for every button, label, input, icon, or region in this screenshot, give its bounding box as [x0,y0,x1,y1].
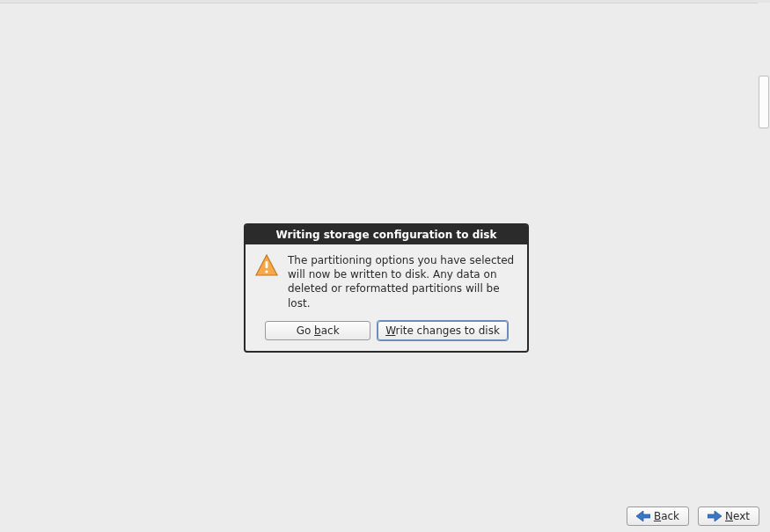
confirm-dialog: Writing storage configuration to disk Th… [244,223,529,353]
write-post: rite changes to disk [395,324,499,337]
go-back-post: ack [321,324,340,337]
wizard-footer: Back Next [0,500,770,532]
dialog-button-row: Go back Write changes to disk [246,316,527,351]
svg-rect-1 [266,261,268,268]
dialog-body: The partitioning options you have select… [246,244,527,316]
scrollbar-track[interactable] [758,3,770,500]
back-post: ack [661,510,679,522]
next-post: ext [733,510,750,522]
dialog-message: The partitioning options you have select… [288,253,517,310]
svg-point-2 [265,270,268,273]
go-back-pre: Go [297,324,314,337]
write-hotkey: W [385,324,395,337]
next-button[interactable]: Next [698,506,759,526]
scrollbar-thumb[interactable] [759,76,769,128]
go-back-button[interactable]: Go back [265,321,370,340]
write-changes-button[interactable]: Write changes to disk [378,321,508,340]
warning-icon [254,253,279,278]
back-button[interactable]: Back [627,506,689,526]
window-top-edge [0,0,770,4]
arrow-right-icon [708,511,722,521]
arrow-left-icon [636,511,650,521]
go-back-hotkey: b [314,324,321,337]
dialog-title: Writing storage configuration to disk [246,225,527,244]
next-hotkey: N [725,510,733,522]
back-hotkey: B [654,510,661,522]
